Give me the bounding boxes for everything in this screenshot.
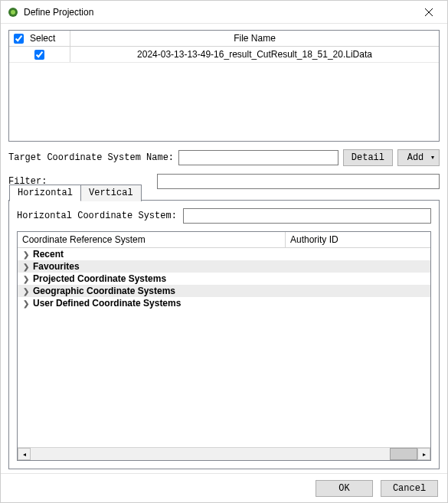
tab-container: Horizontal Vertical Horizontal Coordinat… bbox=[8, 200, 440, 469]
select-all-header[interactable]: Select bbox=[9, 31, 70, 46]
tree-item[interactable]: ❯Projected Coordinate Systems bbox=[18, 273, 430, 285]
file-table: Select File Name 2024-03-13-13-49-16_res… bbox=[8, 30, 440, 142]
cancel-button[interactable]: Cancel bbox=[381, 480, 438, 497]
tab-vertical[interactable]: Vertical bbox=[80, 185, 142, 201]
svg-point-1 bbox=[11, 10, 15, 15]
target-coord-label: Target Coordinate System Name: bbox=[8, 152, 174, 163]
tab-horizontal[interactable]: Horizontal bbox=[9, 185, 81, 201]
tree-item[interactable]: ❯User Defined Coordinate Systems bbox=[18, 297, 430, 309]
select-all-checkbox[interactable] bbox=[14, 34, 24, 44]
tree-item[interactable]: ❯Favourites bbox=[18, 260, 430, 273]
tree-item-label: User Defined Coordinate Systems bbox=[33, 298, 181, 309]
tree-item-label: Projected Coordinate Systems bbox=[33, 273, 166, 284]
dialog-footer: OK Cancel bbox=[1, 473, 447, 502]
scroll-right-arrow[interactable]: ▸ bbox=[417, 448, 430, 460]
tree-item-label: Recent bbox=[33, 249, 64, 260]
horizontal-coord-input[interactable] bbox=[183, 208, 431, 224]
chevron-right-icon: ❯ bbox=[22, 287, 30, 296]
tree-item[interactable]: ❯Recent bbox=[18, 248, 430, 260]
target-coord-input[interactable] bbox=[178, 150, 338, 165]
window-title: Define Projection bbox=[24, 7, 93, 18]
crs-tree[interactable]: ❯Recent❯Favourites❯Projected Coordinate … bbox=[18, 248, 430, 447]
scroll-left-arrow[interactable]: ◂ bbox=[18, 448, 31, 460]
crs-table: Coordinate Reference System Authority ID… bbox=[17, 231, 431, 461]
detail-button[interactable]: Detail bbox=[343, 149, 393, 166]
scroll-track[interactable] bbox=[31, 448, 417, 460]
chevron-right-icon: ❯ bbox=[22, 263, 30, 271]
chevron-right-icon: ❯ bbox=[22, 299, 30, 308]
add-button[interactable]: Add bbox=[397, 149, 440, 166]
horizontal-scrollbar[interactable]: ◂ ▸ bbox=[18, 447, 430, 460]
tree-item-label: Geographic Coordinate Systems bbox=[33, 286, 175, 296]
titlebar: Define Projection bbox=[1, 1, 447, 24]
chevron-right-icon: ❯ bbox=[22, 275, 30, 283]
table-row[interactable]: 2024-03-13-13-49-16_result_CutResult_18_… bbox=[9, 47, 439, 63]
crs-header-name[interactable]: Coordinate Reference System bbox=[18, 232, 286, 247]
select-header-label: Select bbox=[30, 33, 55, 44]
row-filename: 2024-03-13-13-49-16_result_CutResult_18_… bbox=[70, 47, 439, 62]
crs-header-auth[interactable]: Authority ID bbox=[286, 232, 430, 247]
tree-item[interactable]: ❯Geographic Coordinate Systems bbox=[18, 285, 430, 297]
close-button[interactable] bbox=[414, 2, 444, 23]
tree-item-label: Favourites bbox=[33, 261, 80, 272]
ok-button[interactable]: OK bbox=[316, 480, 373, 497]
horizontal-coord-label: Horizontal Coordinate System: bbox=[17, 211, 177, 221]
filename-header: File Name bbox=[70, 31, 439, 46]
app-icon bbox=[7, 6, 19, 18]
scroll-thumb[interactable] bbox=[390, 448, 417, 460]
chevron-right-icon: ❯ bbox=[22, 250, 30, 259]
file-table-header: Select File Name bbox=[9, 31, 439, 47]
row-checkbox[interactable] bbox=[34, 50, 44, 60]
